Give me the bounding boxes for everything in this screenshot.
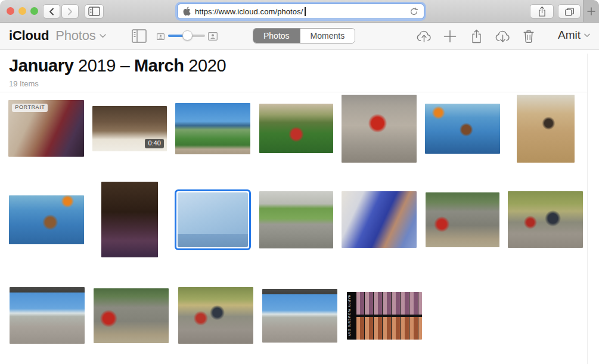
photo-image-stadium-stairs <box>259 191 333 248</box>
photo-image-park-walk <box>508 191 583 248</box>
photo-park-walk[interactable] <box>508 191 583 248</box>
photo-cell <box>171 103 255 154</box>
new-tab-button[interactable] <box>583 0 599 22</box>
user-menu[interactable]: Amit <box>558 29 590 42</box>
photo-gorilla-statue[interactable] <box>426 192 499 247</box>
download-button[interactable] <box>494 29 511 43</box>
plus-icon <box>587 7 595 15</box>
photo-gorilla-statue-wide[interactable] <box>94 288 169 343</box>
plus-icon <box>443 29 457 43</box>
chevron-down-icon <box>100 34 106 38</box>
share-icon <box>471 29 482 43</box>
photo-image-park-bench-family <box>178 287 253 344</box>
view-switcher: Photos Moments <box>253 28 355 43</box>
zoom-in-thumbnail-icon <box>208 32 218 41</box>
app-title-icloud: iCloud <box>9 28 49 43</box>
tab-overview-button[interactable] <box>558 4 581 18</box>
photo-cell <box>5 195 88 244</box>
photo-cell: 0:40 <box>88 106 172 151</box>
photo-dinner-video[interactable]: 0:40 <box>92 106 167 151</box>
photo-beach-pavilion[interactable] <box>10 287 85 344</box>
video-duration-badge: 0:40 <box>145 139 163 148</box>
heading-year-start: 2019 <box>78 56 116 75</box>
forward-button[interactable] <box>61 4 79 18</box>
photo-cell <box>89 288 174 343</box>
portrait-badge: PORTRAIT <box>12 104 48 112</box>
photo-womens-day-collage[interactable]: HAPPY WOMEN'S DAY <box>347 292 422 340</box>
photo-beach-sand-walk[interactable] <box>517 95 575 163</box>
photo-cell <box>504 191 587 248</box>
close-window-button[interactable] <box>7 7 14 15</box>
trash-icon <box>523 29 535 43</box>
share-icon <box>538 6 547 17</box>
safari-share-button[interactable] <box>530 4 554 18</box>
collage-caption: HAPPY WOMEN'S DAY <box>347 294 351 337</box>
add-button[interactable] <box>442 29 458 43</box>
reload-button[interactable] <box>409 7 418 16</box>
photo-mother-and-child[interactable] <box>101 182 158 257</box>
photo-grid: PORTRAIT0:40HAPPY WOMEN'S DAY <box>5 92 587 344</box>
address-bar[interactable]: https://www.icloud.com/photos/ <box>177 4 424 19</box>
safari-window: https://www.icloud.com/photos/ <box>0 0 599 364</box>
photo-park-bench-family[interactable] <box>178 287 253 344</box>
text-cursor <box>305 7 306 16</box>
photo-kids-portrait[interactable]: PORTRAIT <box>8 100 84 157</box>
thumbnail-size-slider[interactable] <box>168 35 205 37</box>
photo-image-gorilla-statue <box>426 192 499 247</box>
photo-stadium-stairs[interactable] <box>259 191 333 248</box>
heading-year-end: 2020 <box>188 56 226 75</box>
photo-cell <box>337 95 421 163</box>
heading-separator: – <box>120 56 130 75</box>
app-title-menu[interactable]: iCloudPhotos <box>9 28 106 43</box>
photo-image-beach-pavilion-2 <box>262 289 337 343</box>
photo-image-graffiti-mural <box>342 191 417 248</box>
sidebar-icon <box>88 7 100 16</box>
photo-family-on-grass[interactable] <box>259 104 333 153</box>
photo-beach-pavilion-2[interactable] <box>262 289 337 343</box>
photo-row: PORTRAIT0:40 <box>5 94 587 163</box>
app-title-photos: Photos <box>55 28 95 43</box>
photo-cell <box>255 191 338 248</box>
photo-graffiti-mural[interactable] <box>342 191 417 248</box>
photo-blue-benches-boat[interactable] <box>425 104 500 154</box>
photo-cell <box>504 95 587 163</box>
photo-image-dinner-video: 0:40 <box>92 106 167 151</box>
scrollbar-track[interactable] <box>587 54 588 364</box>
photo-cell <box>258 289 343 343</box>
zoom-out-thumbnail-icon <box>157 33 165 40</box>
reload-icon <box>409 7 418 16</box>
photo-image-beach-pavilion <box>10 287 85 344</box>
photo-boy-walking[interactable] <box>342 95 417 163</box>
toolbar-actions <box>415 27 537 45</box>
photo-cell <box>421 104 504 154</box>
icloud-photos-toolbar: iCloudPhotos <box>0 23 599 50</box>
tab-moments[interactable]: Moments <box>300 29 355 43</box>
photo-cell <box>5 287 89 344</box>
photo-beach-promenade[interactable] <box>175 103 250 154</box>
photo-ipad-home-screenshot[interactable] <box>175 189 251 250</box>
photo-image-ipad-home-screenshot <box>178 192 248 247</box>
chevron-down-icon <box>584 33 590 38</box>
zoom-window-button[interactable] <box>30 7 38 15</box>
photo-image-blue-benches-boat <box>425 104 500 154</box>
slider-thumb[interactable] <box>182 30 193 41</box>
back-button[interactable] <box>43 4 60 18</box>
upload-button[interactable] <box>415 29 432 43</box>
chevron-left-icon <box>49 8 54 15</box>
share-button[interactable] <box>468 29 485 43</box>
apple-logo-icon <box>183 7 191 16</box>
photo-blue-benches-boat-2[interactable] <box>9 195 84 244</box>
delete-button[interactable] <box>520 29 537 43</box>
cloud-download-icon <box>495 29 511 43</box>
heading-month-start: January <box>9 56 73 75</box>
safari-sidebar-button[interactable] <box>85 4 104 18</box>
minimize-window-button[interactable] <box>18 7 26 15</box>
tab-photos[interactable]: Photos <box>253 29 300 43</box>
photo-cell <box>88 182 172 257</box>
photos-sidebar-toggle-button[interactable] <box>132 29 147 43</box>
url-text: https://www.icloud.com/photos/ <box>195 7 303 16</box>
sidebar-panel-icon <box>132 29 147 43</box>
photo-cell: HAPPY WOMEN'S DAY <box>342 292 427 340</box>
photo-image-beach-promenade <box>175 103 250 154</box>
photos-content: January 2019 – March 2020 19 Items PORTR… <box>0 50 599 364</box>
